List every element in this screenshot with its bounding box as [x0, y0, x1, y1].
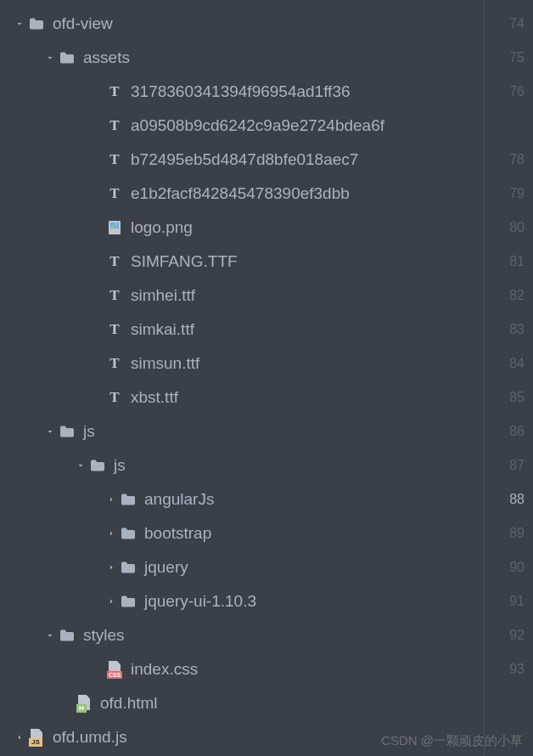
chevron-down-icon	[12, 19, 27, 29]
tree-file-html[interactable]: H ofd.html	[0, 686, 484, 720]
folder-label: jquery-ui-1.10.3	[144, 592, 256, 611]
file-label: ofd.umd.js	[53, 728, 127, 747]
line-number: 80	[485, 211, 525, 245]
font-file-icon: T	[105, 185, 124, 202]
line-number-gutter: 74757678798081828384858687888990919293	[484, 0, 533, 756]
html-file-icon: H	[75, 695, 93, 712]
chevron-right-icon	[12, 732, 27, 742]
file-label: SIMFANG.TTF	[131, 252, 238, 271]
folder-icon	[119, 561, 137, 574]
file-label: simhei.ttf	[131, 286, 195, 305]
line-number: 92	[485, 618, 525, 652]
line-number: 84	[485, 347, 525, 381]
font-file-icon: T	[105, 355, 124, 372]
tree-folder[interactable]: angularJs	[0, 482, 484, 516]
tree-file[interactable]: T simkai.ttf	[0, 313, 484, 347]
line-number: 85	[485, 381, 525, 415]
chevron-down-icon	[42, 630, 58, 640]
folder-label: ofd-view	[53, 14, 113, 33]
file-label: 3178360341394f96954ad1ff36	[131, 82, 351, 101]
folder-icon	[88, 459, 107, 472]
chevron-right-icon	[104, 528, 119, 539]
line-number: 90	[485, 550, 525, 584]
font-file-icon: T	[105, 83, 124, 100]
line-number: 79	[485, 177, 525, 211]
line-number: 86	[485, 415, 525, 449]
svg-point-2	[115, 223, 117, 225]
line-number: 76	[485, 75, 525, 109]
font-file-icon: T	[105, 321, 124, 338]
tree-file[interactable]: T simhei.ttf	[0, 279, 484, 313]
chevron-down-icon	[73, 460, 88, 471]
folder-label: js	[83, 422, 95, 441]
line-number: 81	[485, 245, 525, 279]
tree-file[interactable]: T SIMFANG.TTF	[0, 245, 484, 279]
tree-file-css[interactable]: CSS index.css	[0, 652, 484, 686]
folder-label: styles	[83, 626, 125, 645]
js-file-icon: JS	[27, 729, 46, 746]
file-label: e1b2facf842845478390ef3dbb	[131, 184, 350, 203]
folder-icon	[119, 527, 137, 540]
line-number: 75	[485, 41, 525, 75]
font-file-icon: T	[105, 389, 124, 406]
chevron-right-icon	[104, 562, 119, 573]
folder-icon	[119, 595, 137, 608]
line-number	[485, 686, 525, 720]
file-label: index.css	[131, 660, 198, 679]
tree-folder-js-inner[interactable]: js	[0, 449, 484, 482]
folder-label: assets	[83, 48, 130, 67]
file-tree: ofd-view assets T 3178360341394f96954ad1…	[0, 0, 484, 756]
tree-file-image[interactable]: logo.png	[0, 211, 484, 245]
tree-file[interactable]: T e1b2facf842845478390ef3dbb	[0, 177, 484, 211]
line-number: 78	[485, 143, 525, 177]
font-file-icon: T	[105, 117, 124, 134]
folder-label: js	[114, 456, 126, 475]
tree-file-js-umd[interactable]: JS ofd.umd.js	[0, 720, 484, 754]
tree-file[interactable]: T a09508b9cd6242c9a9e2724bdea6f	[0, 109, 484, 143]
file-label: b72495eb5d4847d8bfe018aec7	[131, 150, 358, 169]
font-file-icon: T	[105, 151, 124, 168]
line-number: 91	[485, 584, 525, 618]
file-label: logo.png	[131, 218, 193, 237]
line-number: 83	[485, 313, 525, 347]
chevron-right-icon	[104, 494, 119, 505]
folder-icon	[119, 493, 137, 506]
tree-folder[interactable]: jquery	[0, 550, 484, 584]
file-label: simsun.ttf	[131, 354, 199, 373]
tree-folder-js[interactable]: js	[0, 415, 484, 449]
tree-folder-root[interactable]: ofd-view	[0, 7, 484, 41]
chevron-right-icon	[104, 596, 119, 606]
tree-file[interactable]: T 3178360341394f96954ad1ff36	[0, 75, 484, 109]
tree-folder-styles[interactable]: styles	[0, 618, 484, 652]
tree-file[interactable]: T simsun.ttf	[0, 347, 484, 381]
file-label: a09508b9cd6242c9a9e2724bdea6f	[131, 116, 384, 135]
line-number: 82	[485, 279, 525, 313]
tree-file[interactable]: T b72495eb5d4847d8bfe018aec7	[0, 143, 484, 177]
tree-folder[interactable]: bootstrap	[0, 516, 484, 550]
folder-icon	[58, 425, 76, 438]
folder-label: angularJs	[144, 490, 214, 509]
folder-icon	[58, 629, 76, 642]
tree-folder-assets[interactable]: assets	[0, 41, 484, 75]
line-number: 93	[485, 652, 525, 686]
line-number: 89	[485, 516, 525, 550]
folder-label: bootstrap	[144, 524, 211, 543]
tree-file[interactable]: T xbst.ttf	[0, 381, 484, 415]
folder-icon	[27, 17, 46, 31]
image-file-icon	[105, 220, 124, 235]
folder-icon	[58, 51, 76, 65]
css-file-icon: CSS	[105, 661, 124, 678]
file-label: simkai.ttf	[131, 320, 194, 339]
file-label: ofd.html	[100, 694, 158, 713]
line-number: 88	[485, 482, 525, 516]
chevron-down-icon	[42, 53, 58, 63]
folder-label: jquery	[144, 558, 188, 577]
line-number	[485, 109, 525, 143]
tree-folder[interactable]: jquery-ui-1.10.3	[0, 584, 484, 618]
line-number: 87	[485, 449, 525, 482]
line-number: 74	[485, 7, 525, 41]
font-file-icon: T	[105, 287, 124, 304]
chevron-down-icon	[42, 426, 58, 437]
file-label: xbst.ttf	[131, 388, 178, 407]
font-file-icon: T	[105, 253, 124, 270]
